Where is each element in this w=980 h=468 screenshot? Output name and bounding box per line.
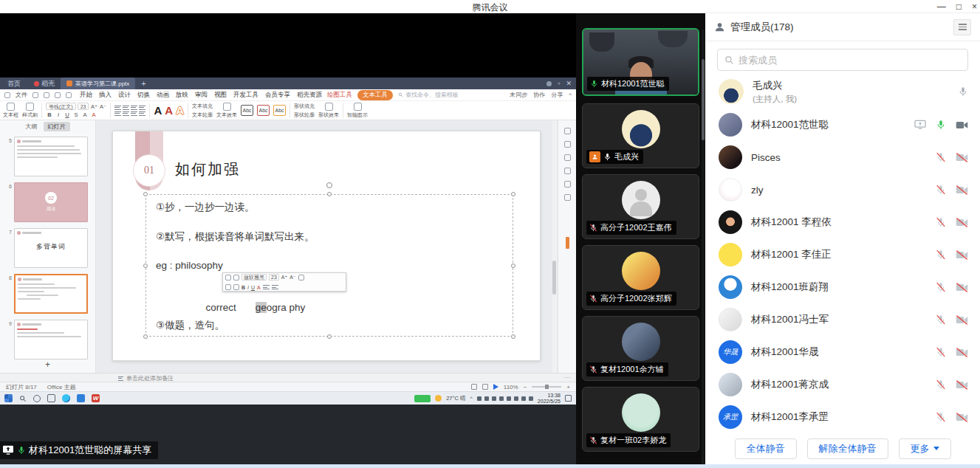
- justify-icon[interactable]: [139, 106, 145, 110]
- wps-home-tab[interactable]: 首页: [0, 79, 28, 89]
- resize-handle[interactable]: [327, 334, 332, 339]
- wps-docer-tab[interactable]: 稻壳: [28, 79, 61, 89]
- member-row[interactable]: 材科12001 李佳正: [705, 238, 980, 271]
- mini-font-size[interactable]: 23: [269, 274, 279, 281]
- align-center-icon[interactable]: [123, 106, 129, 110]
- tray-icon[interactable]: [499, 396, 504, 401]
- font-size-select[interactable]: 23: [78, 103, 89, 110]
- underline-button[interactable]: U: [64, 111, 71, 118]
- tab-start[interactable]: 开始: [80, 91, 92, 100]
- notification-center-icon[interactable]: [565, 395, 572, 402]
- resize-handle[interactable]: [143, 192, 148, 196]
- mini-font-decrease[interactable]: A⁻: [289, 275, 295, 281]
- bold-button[interactable]: B: [46, 111, 53, 118]
- tray-icon[interactable]: [492, 396, 496, 401]
- mic-on-icon[interactable]: [936, 119, 946, 131]
- draw-tools-tab[interactable]: 绘图工具: [327, 91, 352, 100]
- video-tile-yufangfu[interactable]: 复材12001余方辅: [582, 316, 699, 381]
- tab-view[interactable]: 视图: [214, 91, 227, 100]
- shape-effect-button[interactable]: 形状效果: [318, 103, 339, 119]
- member-row[interactable]: Pisces: [705, 141, 980, 173]
- taskbar-clock[interactable]: 13:38 2022/5/25: [538, 393, 561, 405]
- rotate-handle[interactable]: [326, 182, 332, 188]
- camera-muted-icon[interactable]: [956, 218, 968, 227]
- slide-thumbnail-8-selected[interactable]: [14, 274, 88, 314]
- textbox-tool[interactable]: 文本框: [3, 103, 18, 119]
- paste-icon[interactable]: [225, 275, 231, 281]
- member-row[interactable]: 华晟 材科12001华晟: [705, 336, 980, 368]
- sync-status[interactable]: 未同步: [510, 91, 527, 99]
- tab-devtools[interactable]: 开发工具: [233, 91, 258, 100]
- zoom-slider[interactable]: [532, 386, 561, 388]
- slide-thumbnail-5[interactable]: [14, 137, 88, 176]
- notes-more-icon[interactable]: ···: [564, 374, 570, 381]
- taskbar-search-icon[interactable]: [19, 395, 27, 402]
- member-row[interactable]: 材科12001蒋京成: [705, 368, 980, 401]
- camera-muted-icon[interactable]: [956, 348, 968, 357]
- member-row[interactable]: 材科12001冯士军: [705, 303, 980, 336]
- tab-review[interactable]: 审阅: [195, 91, 208, 100]
- properties-icon[interactable]: [564, 128, 571, 134]
- copy-icon[interactable]: [233, 284, 239, 290]
- mic-muted-icon[interactable]: [936, 379, 946, 390]
- mic-muted-icon[interactable]: [936, 314, 946, 326]
- mic-muted-icon[interactable]: [936, 411, 946, 423]
- resize-handle[interactable]: [327, 192, 332, 196]
- shape-outline-button[interactable]: 形状轮廓: [294, 111, 315, 119]
- mini-list-icon[interactable]: [272, 285, 278, 289]
- animation-pane-icon[interactable]: [564, 141, 571, 148]
- bullet-list-icon[interactable]: [114, 111, 121, 116]
- input-method-badge[interactable]: [414, 395, 431, 402]
- text-effect-button[interactable]: 文本效果: [216, 103, 237, 119]
- tab-insert[interactable]: 插入: [99, 91, 112, 100]
- tray-expand-icon[interactable]: ^: [470, 396, 473, 401]
- collab-button[interactable]: 协作: [533, 91, 545, 99]
- zoom-out-icon[interactable]: −: [524, 384, 527, 390]
- mute-all-button[interactable]: 全体静音: [735, 438, 797, 459]
- text-style-sample-1[interactable]: Abc: [241, 105, 253, 116]
- resource-pane-icon[interactable]: [564, 194, 571, 201]
- tab-docer-res[interactable]: 稻壳资源: [297, 91, 322, 100]
- ribbon-collapse-icon[interactable]: ^: [569, 92, 572, 98]
- wordart-red[interactable]: A: [165, 104, 173, 117]
- camera-on-icon[interactable]: [956, 120, 968, 130]
- mini-font-name[interactable]: 微软雅黑: [241, 274, 267, 281]
- indent-icon[interactable]: [139, 111, 145, 116]
- italic-button[interactable]: I: [55, 111, 62, 118]
- unmute-all-button[interactable]: 解除全体静音: [807, 438, 888, 459]
- slide-sorter-icon[interactable]: [482, 384, 488, 390]
- strikethrough-button[interactable]: S: [72, 111, 80, 118]
- minimize-icon[interactable]: —: [937, 0, 946, 13]
- video-tile-fanshicong[interactable]: 材科12001范世聪: [582, 28, 699, 96]
- line-spacing-icon[interactable]: [131, 111, 137, 116]
- wps-new-tab-button[interactable]: +: [135, 79, 151, 88]
- number-list-icon[interactable]: [123, 111, 129, 116]
- zoom-level[interactable]: 110%: [504, 384, 518, 390]
- redo-icon[interactable]: [66, 92, 72, 98]
- task-view-icon[interactable]: [47, 394, 55, 402]
- member-row[interactable]: 毛成兴 (主持人, 我): [705, 74, 980, 109]
- camera-muted-icon[interactable]: [956, 250, 968, 260]
- member-row[interactable]: zly: [705, 173, 980, 206]
- print-icon[interactable]: [44, 92, 49, 98]
- canvas-scroll-thumb[interactable]: [552, 261, 556, 295]
- tray-icon[interactable]: [529, 396, 533, 401]
- mic-muted-icon[interactable]: [936, 184, 946, 196]
- font-increase-button[interactable]: A⁺: [90, 103, 97, 110]
- camera-muted-icon[interactable]: [956, 315, 968, 325]
- tray-icon[interactable]: [484, 396, 489, 401]
- wps-avatar[interactable]: [546, 81, 552, 86]
- slide-thumbnail-7[interactable]: 多背单词: [14, 228, 88, 268]
- text-outline-button[interactable]: 文本轮廓: [192, 111, 213, 119]
- member-search-input[interactable]: [739, 55, 961, 66]
- help-pane-icon[interactable]: [564, 181, 571, 187]
- video-tile-wangjiawei[interactable]: 高分子12002王嘉伟: [582, 174, 699, 239]
- wps-minimize-icon[interactable]: ▫: [558, 80, 560, 87]
- slideshow-play-icon[interactable]: [493, 384, 498, 390]
- wordart-black[interactable]: A: [154, 104, 162, 117]
- slide-thumbnail-6[interactable]: 02 阅读: [14, 182, 88, 222]
- canvas-scrollbar[interactable]: [552, 120, 557, 373]
- mini-underline[interactable]: U: [251, 285, 255, 290]
- mic-icon[interactable]: [958, 86, 968, 97]
- cut-icon[interactable]: [225, 284, 231, 290]
